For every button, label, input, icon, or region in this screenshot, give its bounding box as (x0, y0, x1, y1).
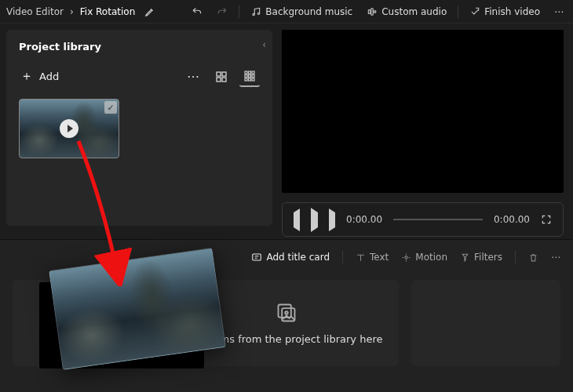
seek-slider[interactable] (393, 219, 483, 220)
svg-rect-17 (252, 78, 254, 81)
top-bar: Video Editor › Fix Rotation Background m… (0, 0, 573, 24)
filters-button[interactable]: Filters (460, 252, 502, 263)
svg-rect-16 (249, 78, 251, 81)
text-button[interactable]: Text (356, 252, 389, 263)
fullscreen-button[interactable] (541, 214, 552, 225)
custom-audio-button[interactable]: Custom audio (363, 5, 450, 19)
custom-audio-label: Custom audio (381, 6, 447, 17)
video-preview (282, 30, 564, 193)
play-icon (60, 119, 78, 138)
collapse-button[interactable]: ‹ (262, 39, 266, 50)
add-title-card-button[interactable]: Add title card (251, 252, 330, 263)
motion-button[interactable]: Motion (401, 252, 447, 263)
svg-rect-2 (369, 9, 370, 13)
time-total: 0:00.00 (494, 214, 530, 225)
bg-music-label: Background music (265, 6, 352, 17)
svg-rect-9 (245, 71, 247, 74)
add-label: Add (39, 71, 59, 82)
prev-frame-button[interactable] (294, 212, 300, 227)
svg-point-0 (253, 13, 254, 15)
library-more-button[interactable]: ⋯ (183, 67, 203, 87)
text-label: Text (370, 252, 389, 263)
motion-label: Motion (415, 252, 447, 263)
delete-button[interactable] (528, 252, 538, 263)
svg-rect-8 (222, 78, 226, 82)
breadcrumb: Video Editor › Fix Rotation (6, 5, 159, 19)
svg-rect-4 (374, 10, 376, 12)
svg-rect-10 (249, 71, 251, 74)
project-library-panel: Project library ‹ ＋ Add ⋯ ✓ (6, 30, 272, 226)
add-title-label: Add title card (266, 252, 330, 263)
breadcrumb-root[interactable]: Video Editor (6, 6, 64, 17)
svg-rect-20 (279, 304, 291, 317)
edit-name-button[interactable] (141, 5, 159, 19)
undo-button[interactable] (188, 5, 206, 19)
finish-label: Finish video (484, 6, 540, 17)
svg-point-22 (285, 311, 288, 314)
add-media-button[interactable]: ＋ Add (19, 65, 60, 88)
svg-rect-18 (253, 254, 261, 260)
svg-rect-15 (245, 78, 247, 81)
library-clip-thumbnail[interactable]: ✓ (19, 99, 119, 158)
svg-rect-13 (249, 74, 251, 77)
svg-rect-6 (222, 72, 226, 76)
library-title: Project library (19, 41, 260, 53)
background-music-button[interactable]: Background music (247, 5, 356, 19)
playback-controls: 0:00.00 0:00.00 (282, 202, 564, 237)
checkmark-icon: ✓ (104, 101, 117, 114)
svg-rect-11 (252, 71, 254, 74)
finish-video-button[interactable]: Finish video (466, 5, 543, 19)
more-options-button[interactable]: ⋯ (551, 5, 567, 19)
image-stack-icon (276, 302, 297, 324)
svg-rect-14 (252, 74, 254, 77)
play-button[interactable] (311, 212, 318, 227)
time-current: 0:00.00 (346, 214, 382, 225)
redo-button[interactable] (214, 5, 231, 19)
svg-point-19 (405, 256, 407, 258)
svg-rect-5 (217, 72, 221, 76)
filters-label: Filters (474, 252, 502, 263)
view-large-icons-button[interactable] (211, 67, 232, 87)
svg-point-1 (258, 13, 260, 14)
view-small-icons-button[interactable] (239, 67, 260, 87)
svg-rect-12 (245, 74, 247, 77)
svg-rect-3 (371, 8, 373, 14)
plus-icon: ＋ (20, 68, 33, 85)
storyboard-slot[interactable] (411, 280, 560, 366)
chevron-right-icon: › (70, 6, 74, 17)
breadcrumb-project[interactable]: Fix Rotation (80, 6, 135, 17)
next-frame-button[interactable] (329, 212, 335, 227)
svg-rect-7 (217, 78, 221, 82)
storyboard-more-button[interactable]: ⋯ (551, 252, 560, 263)
